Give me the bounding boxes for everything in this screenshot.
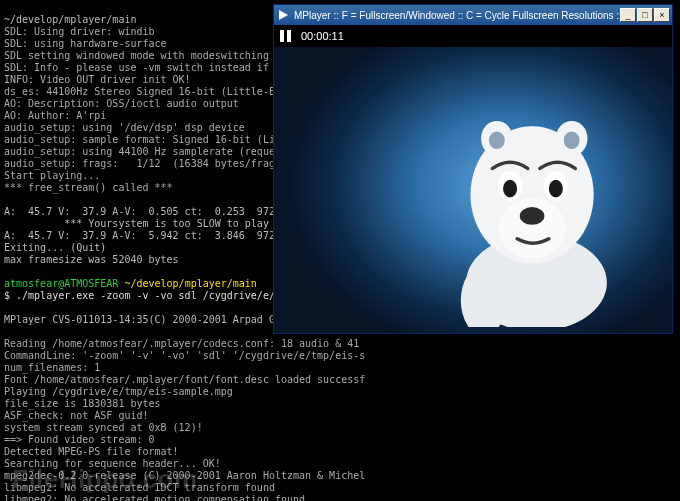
video-surface[interactable] bbox=[274, 47, 672, 333]
svg-point-12 bbox=[549, 180, 563, 198]
path-line: ~/develop/mplayer/main bbox=[4, 14, 136, 25]
svg-point-11 bbox=[503, 180, 517, 198]
svg-point-6 bbox=[564, 132, 580, 150]
window-buttons: _ □ × bbox=[620, 8, 670, 22]
exiting-line: Exiting... (Quit) bbox=[4, 242, 106, 253]
prompt-user: atmosfear@ATMOSFEAR bbox=[4, 278, 118, 289]
svg-marker-0 bbox=[279, 10, 288, 20]
minimize-button[interactable]: _ bbox=[620, 8, 636, 22]
prompt-path: ~/develop/mplayer/main bbox=[124, 278, 256, 289]
mplayer-video-window[interactable]: MPlayer :: F = Fullscreen/Windowed :: C … bbox=[273, 4, 673, 334]
mplayer-titlebar[interactable]: MPlayer :: F = Fullscreen/Windowed :: C … bbox=[274, 5, 672, 25]
timecode: 00:00:11 bbox=[301, 30, 344, 42]
polar-bear-character bbox=[433, 98, 640, 327]
pause-icon[interactable] bbox=[280, 30, 291, 42]
svg-point-8 bbox=[520, 208, 545, 226]
svg-point-5 bbox=[489, 132, 505, 150]
close-button[interactable]: × bbox=[654, 8, 670, 22]
maximize-button[interactable]: □ bbox=[637, 8, 653, 22]
mplayer-controls-bar[interactable]: 00:00:11 bbox=[274, 25, 672, 47]
term-mid-block: Reading /home/atmosfear/.mplayer/codecs.… bbox=[4, 338, 676, 501]
mplayer-app-icon bbox=[276, 8, 290, 22]
mplayer-title-text: MPlayer :: F = Fullscreen/Windowed :: C … bbox=[294, 10, 620, 21]
maxframe-line: max framesize was 52040 bytes bbox=[4, 254, 179, 265]
